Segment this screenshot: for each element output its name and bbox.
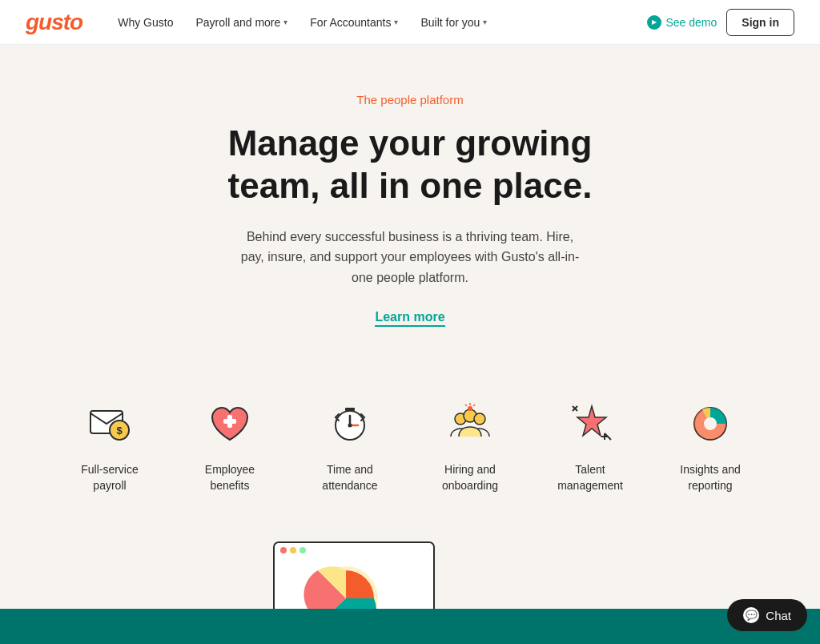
time-icon — [321, 395, 379, 453]
chevron-down-icon: ▾ — [283, 18, 287, 26]
nav-why-gusto[interactable]: Why Gusto — [108, 10, 183, 35]
svg-line-16 — [473, 405, 475, 406]
chat-button[interactable]: Chat — [727, 599, 807, 631]
feature-payroll[interactable]: $ Full-servicepayroll — [50, 395, 170, 493]
features-section: $ Full-servicepayroll Employeebenefits — [0, 356, 820, 525]
svg-rect-4 — [223, 419, 236, 424]
hero-tagline: The people platform — [16, 93, 804, 107]
svg-rect-9 — [345, 408, 355, 411]
talent-icon — [561, 395, 619, 453]
payroll-label: Full-servicepayroll — [81, 462, 139, 493]
learn-more-link[interactable]: Learn more — [375, 310, 444, 327]
svg-marker-18 — [577, 406, 606, 436]
svg-point-27 — [280, 547, 287, 553]
gusto-logo[interactable]: gusto — [26, 10, 82, 35]
nav-built-for-you[interactable]: Built for you ▾ — [411, 10, 496, 35]
chevron-down-icon: ▾ — [394, 18, 398, 26]
hero-section: The people platform Manage your growing … — [0, 45, 820, 356]
nav-payroll[interactable]: Payroll and more ▾ — [186, 10, 297, 35]
svg-line-17 — [465, 405, 467, 406]
hiring-label: Hiring andonboarding — [442, 462, 498, 493]
footer-bar — [0, 609, 820, 644]
svg-point-29 — [299, 547, 306, 553]
chat-label: Chat — [766, 609, 791, 622]
play-icon: ▶ — [647, 15, 661, 30]
svg-point-8 — [348, 424, 352, 428]
talent-label: Talentmanagement — [557, 462, 623, 493]
insights-icon — [681, 395, 739, 453]
feature-time[interactable]: Time andattendance — [290, 395, 410, 493]
feature-hiring[interactable]: Hiring andonboarding — [410, 395, 530, 493]
hero-description: Behind every successful business is a th… — [234, 227, 586, 288]
time-label: Time andattendance — [322, 462, 377, 493]
sign-in-button[interactable]: Sign in — [726, 9, 794, 36]
payroll-icon: $ — [81, 395, 139, 453]
feature-insights[interactable]: Insights andreporting — [650, 395, 770, 493]
nav-accountants[interactable]: For Accountants ▾ — [300, 10, 408, 35]
insights-label: Insights andreporting — [680, 462, 741, 493]
svg-point-13 — [474, 413, 485, 425]
hiring-icon — [441, 395, 499, 453]
nav-actions: ▶ See demo Sign in — [647, 9, 795, 36]
feature-talent[interactable]: Talentmanagement — [530, 395, 650, 493]
feature-benefits[interactable]: Employeebenefits — [170, 395, 290, 493]
see-demo-button[interactable]: ▶ See demo — [647, 15, 718, 30]
hero-title: Manage your growing team, all in one pla… — [16, 123, 804, 207]
svg-text:$: $ — [116, 425, 123, 437]
chat-icon — [743, 607, 759, 623]
nav-links: Why Gusto Payroll and more ▾ For Account… — [108, 10, 646, 35]
benefits-label: Employeebenefits — [205, 462, 255, 493]
svg-point-28 — [290, 547, 296, 553]
navigation: gusto Why Gusto Payroll and more ▾ For A… — [0, 0, 820, 45]
benefits-icon — [201, 395, 259, 453]
svg-point-14 — [468, 406, 472, 411]
svg-point-25 — [704, 417, 717, 430]
chevron-down-icon: ▾ — [483, 18, 487, 26]
